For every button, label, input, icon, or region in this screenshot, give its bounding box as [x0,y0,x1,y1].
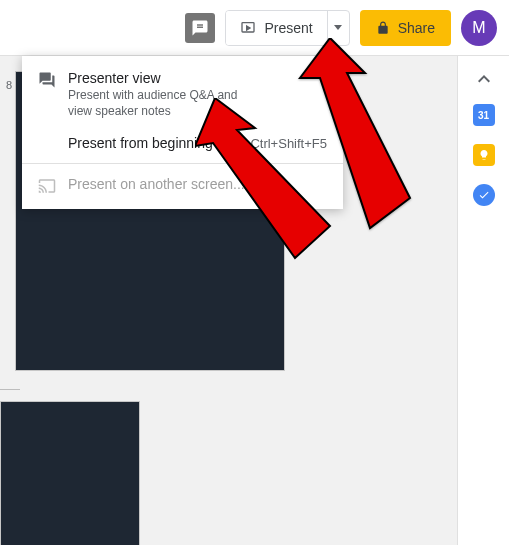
comments-button[interactable] [185,13,215,43]
present-group: Present [225,10,349,46]
menu-label: Presenter view [68,70,327,86]
avatar-letter: M [472,19,485,37]
check-icon [478,189,490,201]
calendar-app-icon[interactable]: 31 [473,104,495,126]
menu-present-from-beginning[interactable]: Present from beginning Ctrl+Shift+F5 [22,127,343,159]
presentation-options-menu: Presenter view Present with audience Q&A… [22,56,343,209]
menu-shortcut: Ctrl+Shift+F5 [250,136,327,151]
avatar[interactable]: M [461,10,497,46]
tasks-app-icon[interactable] [473,184,495,206]
collapse-panel-button[interactable] [478,70,490,86]
calendar-day-number: 31 [478,110,489,121]
share-label: Share [398,20,435,36]
right-side-panel: 31 [457,56,509,545]
menu-text: Present on another screen... [68,176,327,192]
menu-divider [22,163,343,164]
cast-icon [38,177,56,195]
keep-app-icon[interactable] [473,144,495,166]
comment-icon [191,19,209,37]
present-button[interactable]: Present [226,11,326,45]
slide-thumbnail[interactable] [0,401,140,545]
menu-subtitle: Present with audience Q&A and view speak… [68,88,248,119]
menu-present-another-screen[interactable]: Present on another screen... [22,168,343,203]
present-icon [240,20,256,36]
lightbulb-icon [478,149,490,161]
chevron-up-icon [478,75,490,83]
present-label: Present [264,20,312,36]
presenter-view-icon [38,71,56,89]
menu-label: Present from beginning [68,135,238,151]
lock-icon [376,21,390,35]
thumbnail-divider [0,389,20,390]
menu-text: Presenter view Present with audience Q&A… [68,70,327,119]
share-button[interactable]: Share [360,10,451,46]
chevron-down-icon [334,25,342,30]
menu-presenter-view[interactable]: Presenter view Present with audience Q&A… [22,62,343,127]
top-toolbar: Present Share M [0,0,509,56]
present-dropdown-button[interactable] [327,11,349,45]
menu-text: Present from beginning [68,135,238,151]
menu-label: Present on another screen... [68,176,327,192]
slide-number: 8 [6,79,12,91]
